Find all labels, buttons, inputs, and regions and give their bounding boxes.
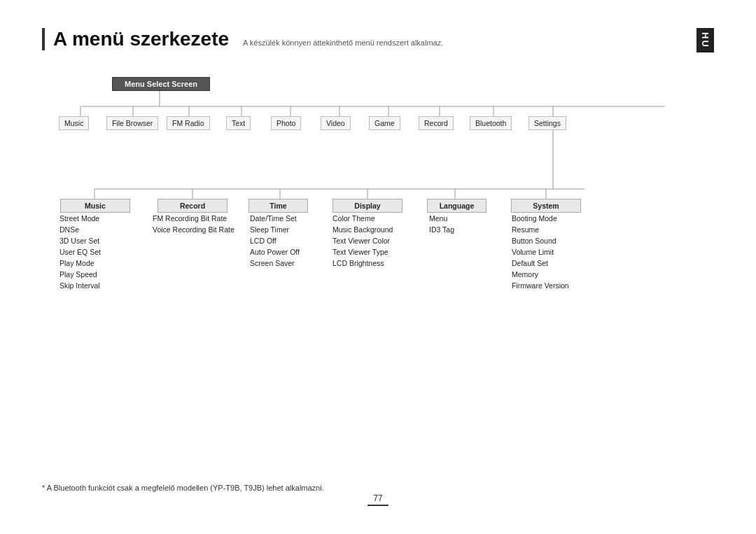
language-item-2: ID3 Tag — [429, 225, 454, 234]
hu-badge: HU — [696, 28, 714, 52]
page: HU A menü szerkezete A készülék könnyen … — [0, 0, 756, 534]
music-item-4: User EQ Set — [59, 248, 101, 256]
section-language-header: Language — [427, 199, 486, 213]
section-music-header: Music — [60, 199, 130, 213]
top-node-record: Record — [419, 116, 454, 130]
display-item-4: Text Viewer Type — [332, 248, 388, 256]
system-item-1: Booting Mode — [512, 214, 557, 223]
menu-select-screen: Menu Select Screen — [112, 77, 210, 91]
system-item-6: Memory — [512, 270, 538, 279]
time-item-5: Screen Saver — [250, 259, 295, 267]
section-time-header: Time — [248, 199, 308, 213]
music-item-3: 3D User Set — [59, 237, 99, 245]
time-item-4: Auto Power Off — [250, 248, 300, 256]
system-item-5: Default Set — [512, 259, 548, 267]
top-node-settings: Settings — [528, 116, 566, 130]
system-item-4: Volume Limit — [512, 248, 554, 256]
section-record-header: Record — [158, 199, 227, 213]
top-node-music: Music — [59, 116, 89, 130]
system-item-7: Firmware Version — [512, 281, 569, 290]
top-node-text: Text — [226, 116, 251, 130]
time-item-3: LCD Off — [250, 237, 276, 245]
time-item-2: Sleep Timer — [250, 225, 289, 234]
music-item-7: Skip Interval — [59, 281, 100, 290]
record-item-1: FM Recording Bit Rate — [153, 214, 227, 223]
section-system-header: System — [511, 199, 581, 213]
top-node-fmradio: FM Radio — [167, 116, 210, 130]
music-item-6: Play Speed — [59, 270, 97, 279]
display-item-5: LCD Brightness — [332, 259, 384, 267]
music-item-5: Play Mode — [59, 259, 94, 267]
top-node-photo: Photo — [271, 116, 301, 130]
display-item-2: Music Background — [332, 225, 393, 234]
top-node-bluetooth: Bluetooth — [470, 116, 512, 130]
display-item-3: Text Viewer Color — [332, 237, 390, 245]
page-title: A menü szerkezete — [53, 28, 229, 50]
record-item-2: Voice Recording Bit Rate — [153, 225, 234, 234]
system-item-2: Resume — [512, 225, 539, 234]
menu-diagram: Menu Select Screen Music File Browser FM… — [56, 71, 721, 351]
footnote: * A Bluetooth funkciót csak a megfelelő … — [42, 484, 324, 492]
page-number: 77 — [368, 493, 388, 506]
header: A menü szerkezete A készülék könnyen átt… — [42, 28, 714, 50]
time-item-1: Date/Time Set — [250, 214, 297, 223]
page-subtitle: A készülék könnyen áttekinthető menü ren… — [243, 38, 443, 47]
top-node-filebrowser: File Browser — [106, 116, 158, 130]
music-item-2: DNSe — [59, 225, 79, 234]
section-display-header: Display — [332, 199, 402, 213]
language-item-1: Menu — [429, 214, 447, 223]
display-item-1: Color Theme — [332, 214, 375, 223]
system-item-3: Button Sound — [512, 237, 556, 245]
top-node-video: Video — [321, 116, 351, 130]
page-number-line — [368, 505, 388, 506]
music-item-1: Street Mode — [59, 214, 99, 223]
top-node-game: Game — [369, 116, 400, 130]
